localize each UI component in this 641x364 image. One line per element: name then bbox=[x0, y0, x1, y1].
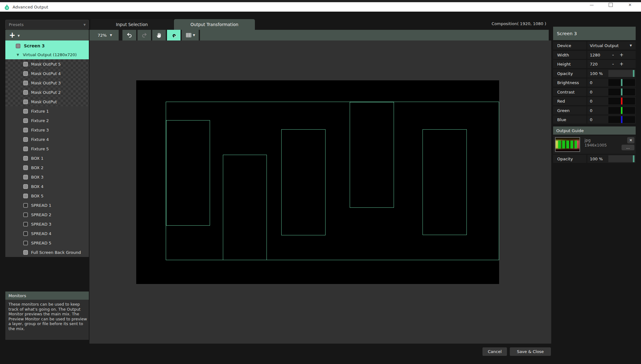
zoom-level-dropdown[interactable]: 72% ▼ bbox=[91, 30, 119, 40]
sidebar-item-box-3[interactable]: BOX 3 bbox=[5, 172, 89, 182]
brightness-value-cell[interactable]: 0 bbox=[587, 78, 636, 87]
item-checkbox[interactable] bbox=[23, 81, 28, 85]
screen-3-checkbox[interactable] bbox=[16, 44, 20, 48]
snap-magnet-button[interactable] bbox=[167, 30, 180, 40]
output-slice-5[interactable] bbox=[423, 129, 467, 235]
guide-opacity-value-cell[interactable]: 100 % bbox=[587, 155, 636, 163]
item-checkbox[interactable] bbox=[23, 184, 28, 189]
sidebar-item-spread-3[interactable]: SPREAD 3 bbox=[5, 219, 89, 229]
sidebar-item-spread-2[interactable]: SPREAD 2 bbox=[5, 210, 89, 219]
sidebar-item-mask-output-4[interactable]: Mask OutPut 4 bbox=[5, 69, 89, 78]
item-checkbox[interactable] bbox=[23, 241, 28, 245]
pan-hand-button[interactable] bbox=[152, 30, 166, 40]
item-checkbox[interactable] bbox=[23, 128, 28, 132]
blue-slider[interactable] bbox=[608, 116, 635, 123]
sidebar-item-fixture-1[interactable]: Fixture 1 bbox=[5, 106, 89, 116]
item-checkbox[interactable] bbox=[23, 250, 28, 255]
slider-handle[interactable] bbox=[633, 155, 634, 162]
blue-value-cell[interactable]: 0 bbox=[587, 115, 636, 124]
chevron-down-icon[interactable]: ▼ bbox=[630, 44, 632, 47]
item-checkbox[interactable] bbox=[23, 231, 28, 236]
decrement-button[interactable]: - bbox=[610, 51, 616, 59]
output-transformation-canvas[interactable] bbox=[89, 40, 551, 344]
green-slider[interactable] bbox=[608, 107, 635, 114]
width-value-cell[interactable]: 1280-+ bbox=[587, 51, 636, 59]
slider-handle[interactable] bbox=[621, 79, 622, 86]
redo-button[interactable] bbox=[137, 30, 151, 40]
sidebar-item-spread-5[interactable]: SPREAD 5 bbox=[5, 238, 89, 248]
expand-triangle-icon[interactable]: ▼ bbox=[17, 53, 19, 56]
sidebar-item-mask-output[interactable]: Mask OutPut bbox=[5, 97, 89, 106]
item-checkbox[interactable] bbox=[23, 212, 28, 217]
slider-handle[interactable] bbox=[621, 88, 622, 95]
brightness-slider[interactable] bbox=[608, 79, 635, 86]
item-checkbox[interactable] bbox=[23, 109, 28, 114]
output-slice-2[interactable] bbox=[223, 155, 267, 260]
sidebar-item-spread-4[interactable]: SPREAD 4 bbox=[5, 229, 89, 238]
item-checkbox[interactable] bbox=[23, 156, 28, 161]
sidebar-item-mask-output-5[interactable]: Mask OutPut 5 bbox=[5, 59, 89, 69]
sidebar-item-mask-output-2[interactable]: Mask OutPut 2 bbox=[5, 88, 89, 97]
slider-handle[interactable] bbox=[633, 70, 634, 77]
sidebar-item-box-2[interactable]: BOX 2 bbox=[5, 163, 89, 172]
output-slice-3[interactable] bbox=[281, 129, 326, 235]
sidebar-item-fixture-5[interactable]: Fixture 5 bbox=[5, 144, 89, 153]
item-checkbox[interactable] bbox=[23, 147, 28, 151]
item-checkbox[interactable] bbox=[23, 118, 28, 123]
presets-dropdown[interactable]: Presets ▼ bbox=[5, 20, 89, 29]
item-checkbox[interactable] bbox=[23, 62, 28, 67]
item-checkbox[interactable] bbox=[23, 90, 28, 95]
close-button[interactable]: ✕ bbox=[623, 0, 637, 9]
undo-button[interactable] bbox=[122, 30, 136, 40]
contrast-slider[interactable] bbox=[608, 88, 635, 95]
device-value-cell[interactable]: Virtual Output▼ bbox=[587, 41, 636, 50]
opacity-value-cell[interactable]: 100 % bbox=[587, 69, 636, 78]
grid-options-button[interactable]: ▼ bbox=[182, 30, 199, 40]
browse-guide-button[interactable]: ... bbox=[622, 145, 634, 150]
red-value-cell[interactable]: 0 bbox=[587, 97, 636, 105]
item-checkbox[interactable] bbox=[23, 165, 28, 170]
remove-guide-button[interactable]: ✕ bbox=[627, 137, 634, 143]
increment-button[interactable]: + bbox=[618, 51, 625, 59]
guide-image-thumbnail[interactable] bbox=[555, 137, 580, 152]
output-slice-4[interactable] bbox=[350, 102, 394, 208]
cancel-button[interactable]: Cancel bbox=[482, 347, 507, 356]
sidebar-item-mask-output-3[interactable]: Mask OutPut 3 bbox=[5, 78, 89, 88]
sidebar-item-box-1[interactable]: BOX 1 bbox=[5, 153, 89, 163]
decrement-button[interactable]: - bbox=[610, 60, 616, 68]
red-slider[interactable] bbox=[608, 98, 635, 104]
guide-opacity-slider[interactable] bbox=[608, 155, 635, 162]
sidebar-item-fixture-2[interactable]: Fixture 2 bbox=[5, 116, 89, 125]
slider-handle[interactable] bbox=[621, 107, 622, 114]
sidebar-item-spread-1[interactable]: SPREAD 1 bbox=[5, 201, 89, 210]
chevron-down-icon[interactable]: ▼ bbox=[18, 34, 20, 37]
height-value-cell[interactable]: 720-+ bbox=[587, 60, 636, 68]
opacity-slider[interactable] bbox=[608, 70, 635, 77]
slider-handle[interactable] bbox=[621, 98, 622, 104]
sidebar-item-box-5[interactable]: BOX 5 bbox=[5, 191, 89, 201]
sidebar-item-screen-3[interactable]: Screen 3 ▼ Virtual Output (1280x720) bbox=[5, 40, 89, 59]
increment-button[interactable]: + bbox=[618, 60, 625, 68]
slider-handle[interactable] bbox=[621, 116, 622, 123]
sidebar-item-fixture-4[interactable]: Fixture 4 bbox=[5, 135, 89, 144]
sidebar-item-fixture-3[interactable]: Fixture 3 bbox=[5, 125, 89, 135]
maximize-button[interactable] bbox=[603, 0, 618, 9]
item-checkbox[interactable] bbox=[23, 194, 28, 198]
sidebar-item-box-4[interactable]: BOX 4 bbox=[5, 182, 89, 191]
tab-input-selection[interactable]: Input Selection bbox=[90, 19, 173, 30]
sidebar-item-full-screen-back-ground[interactable]: Full Screen Back Ground bbox=[5, 248, 89, 257]
output-slice-1[interactable] bbox=[166, 120, 210, 226]
add-screen-button[interactable]: + bbox=[9, 32, 15, 38]
item-checkbox[interactable] bbox=[23, 203, 28, 208]
item-checkbox[interactable] bbox=[23, 71, 28, 76]
tab-output-transformation[interactable]: Output Transformation bbox=[174, 19, 255, 30]
contrast-value-cell[interactable]: 0 bbox=[587, 88, 636, 96]
item-checkbox[interactable] bbox=[23, 222, 28, 227]
sidebar-item-virtual-output[interactable]: ▼ Virtual Output (1280x720) bbox=[5, 51, 89, 58]
minimize-button[interactable]: — bbox=[584, 0, 599, 9]
green-value-cell[interactable]: 0 bbox=[587, 106, 636, 115]
save-and-close-button[interactable]: Save & Close bbox=[510, 347, 551, 356]
item-checkbox[interactable] bbox=[23, 137, 28, 142]
item-checkbox[interactable] bbox=[23, 99, 28, 104]
item-checkbox[interactable] bbox=[23, 175, 28, 179]
